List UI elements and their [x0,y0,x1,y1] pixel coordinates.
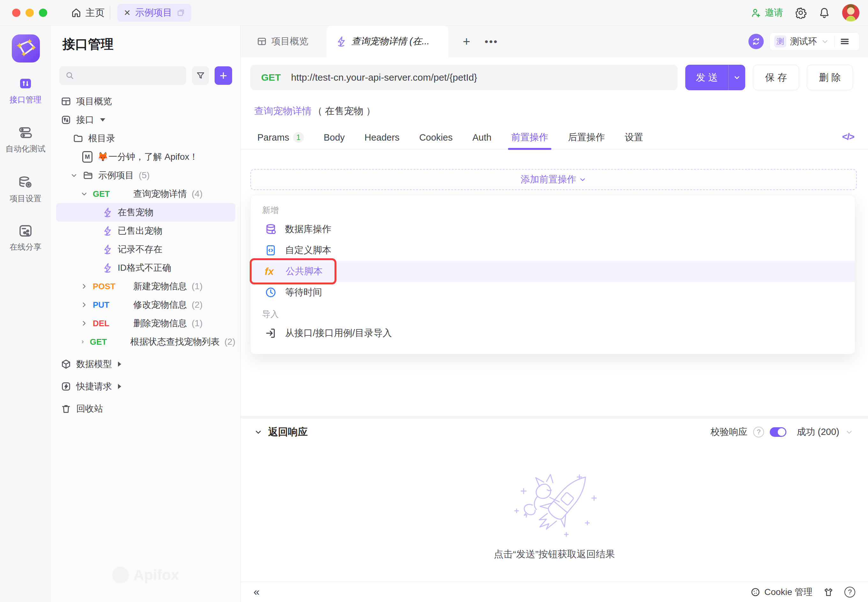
user-avatar[interactable] [842,4,860,22]
tab-headers[interactable]: Headers [364,132,399,143]
tree-item-label: 根据状态查找宠物列表 [131,336,220,348]
settings-gear-icon[interactable] [795,7,807,19]
rail-item-label: 项目设置 [9,193,41,204]
help-icon[interactable]: ? [844,587,855,597]
validate-response-toggle[interactable] [770,427,787,437]
tab-project-overview[interactable]: 项目概览 [257,26,308,57]
tab-settings[interactable]: 设置 [625,131,643,144]
sidebar-item-data-model[interactable]: 数据模型 [56,355,235,373]
environment-name: 测试环 [790,35,817,48]
tab-label: Auth [472,132,492,143]
environment-selector[interactable]: 测 测试环 [770,32,860,51]
search-input[interactable] [59,66,186,85]
overview-grid-icon [61,96,71,107]
tree-case-on-sale-pet[interactable]: 在售宠物 [56,203,235,222]
tab-post-operations[interactable]: 后置操作 [568,131,605,144]
tab-cookies[interactable]: Cookies [419,132,453,143]
add-new-button[interactable]: + [215,66,232,85]
sidebar-item-trash[interactable]: 回收站 [56,399,235,418]
online-sharing-icon [18,223,33,238]
collapse-sidebar-icon[interactable]: « [253,585,260,598]
menu-item-wait-time[interactable]: 等待时间 [250,282,855,303]
help-icon[interactable]: ? [753,427,764,438]
send-options-caret[interactable] [729,74,745,81]
apifox-logo[interactable] [12,34,40,63]
chevron-right-icon [118,362,121,367]
menu-item-label: 从接口/接口用例/目录导入 [285,327,392,339]
tab-params[interactable]: Params 1 [257,132,304,143]
rail-item-api-management[interactable]: 接口管理 [0,76,51,105]
window-close-button[interactable] [12,9,20,17]
response-title: 返回响应 [268,425,308,439]
response-collapse-toggle[interactable]: 返回响应 [254,422,308,442]
validate-response-label: 校验响应 [710,426,747,438]
tree-api-put-update-pet[interactable]: PUT 修改宠物信息 (2) [56,296,235,314]
tree-api-del-delete-pet[interactable]: DEL 删除宠物信息 (1) [56,314,235,333]
invite-person-plus-icon [751,7,762,18]
delete-button[interactable]: 删 除 [807,65,853,90]
rail-item-label: 自动化测试 [6,143,46,154]
tree-folder-root[interactable]: 根目录 [56,129,235,147]
tree-item-label: 删除宠物信息 [133,317,187,329]
home-tab[interactable]: 主页 [71,0,104,26]
chevron-down-icon [70,172,78,179]
tree-item-label: 示例项目 [98,169,134,181]
rail-item-online-sharing[interactable]: 在线分享 [0,223,51,252]
tab-pre-operations[interactable]: 前置操作 [511,131,548,144]
filter-button[interactable] [192,66,209,85]
tree-case-record-missing[interactable]: 记录不存在 [56,240,235,259]
quick-request-label: 快捷请求 [76,380,112,393]
window-minimize-button[interactable] [26,9,34,17]
close-icon[interactable]: ✕ [124,8,131,18]
tree-item-count: (5) [139,170,149,180]
project-tab[interactable]: ✕ 示例项目 [117,4,191,22]
api-name-link[interactable]: 查询宠物详情 [254,104,312,118]
rail-item-label: 接口管理 [9,94,41,105]
notifications-bell-icon[interactable] [818,7,830,19]
case-suffix: （ 在售宠物 ） [313,104,376,118]
tree-case-sold-pet[interactable]: 已售出宠物 [56,222,235,240]
menu-item-import-from-api[interactable]: 从接口/接口用例/目录导入 [250,322,855,344]
tab-auth[interactable]: Auth [472,132,492,143]
chevron-down-icon [821,37,829,46]
tree-item-label: 修改宠物信息 [133,299,187,311]
more-tabs-button[interactable]: ••• [483,33,500,50]
add-pre-operation-button[interactable]: 添加前置操作 [250,169,857,190]
invite-button[interactable]: 邀请 [751,6,783,19]
code-view-icon[interactable]: </> [842,131,854,142]
api-group-icon [61,114,71,125]
menu-item-public-script[interactable]: fx 公共脚本 [250,261,855,282]
tree-api-get-find-by-status[interactable]: GET 根据状态查找宠物列表 (2) [56,333,235,351]
pre-operation-menu: 新增 数据库操作 自定义脚本 fx 公共脚本 等待时间 导入 从 [250,195,855,354]
tree-folder-sample-project[interactable]: 示例项目 (5) [56,166,235,184]
chevron-down-icon [845,428,853,436]
tree-doc-intro[interactable]: M 🦊一分钟，了解 Apifox！ [56,147,235,166]
sidebar-group-api[interactable]: 接口 [56,111,235,129]
response-status-select[interactable]: 成功 (200) [797,426,839,438]
tree-api-get-pet-detail[interactable]: GET 查询宠物详情 (4) [56,184,235,203]
tree-item-label: 记录不存在 [118,243,162,255]
tab-active-pet-detail[interactable]: 查询宠物详情 (在... [327,26,449,57]
rail-item-project-settings[interactable]: 项目设置 [0,175,51,204]
request-url-input[interactable]: GET http://test-cn.your-api-server.com/p… [250,65,678,90]
rail-item-automated-testing[interactable]: 自动化测试 [0,125,51,154]
window-zoom-button[interactable] [39,9,47,17]
menu-hamburger-icon[interactable] [840,36,850,46]
cookie-manager-button[interactable]: Cookie 管理 [750,586,813,598]
new-tab-button[interactable]: + [458,33,475,50]
menu-item-custom-script[interactable]: 自定义脚本 [250,240,855,261]
tab-body[interactable]: Body [324,132,345,143]
watermark-fox-icon [112,567,129,583]
save-button[interactable]: 保 存 [753,65,799,90]
sidebar-item-quick-request[interactable]: 快捷请求 [56,377,235,396]
import-icon [265,327,277,339]
sync-button[interactable] [748,34,764,49]
menu-item-database-operation[interactable]: 数据库操作 [250,219,855,240]
workspace-tabstrip: 项目概览 查询宠物详情 (在... + ••• 测 测试环 [241,26,868,57]
send-button[interactable]: 发 送 [685,65,745,90]
sidebar-item-overview[interactable]: 项目概览 [56,92,235,111]
chevron-down-icon [80,190,88,198]
tree-case-bad-id-format[interactable]: ID格式不正确 [56,259,235,277]
theme-shirt-icon[interactable] [823,587,834,597]
tree-api-post-create-pet[interactable]: POST 新建宠物信息 (1) [56,277,235,296]
